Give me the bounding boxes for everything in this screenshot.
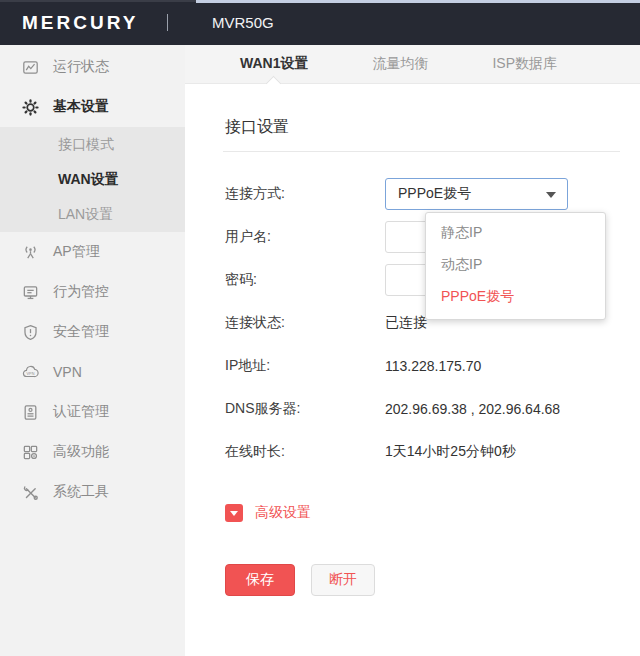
dns-server-label: DNS服务器: [225, 400, 385, 418]
sidebar-item-auth-management[interactable]: 认证管理 [0, 392, 185, 432]
sidebar-item-label: AP管理 [53, 243, 100, 261]
badge-icon [22, 404, 39, 421]
chevron-down-icon [546, 192, 556, 198]
tab-bar: WAN1设置 流量均衡 ISP数据库 [185, 45, 640, 84]
gear-icon [22, 99, 39, 116]
connection-type-select[interactable]: PPPoE拨号 [385, 178, 568, 210]
form-actions: 保存 断开 [225, 564, 640, 596]
vpn-cloud-icon: VPN [22, 364, 39, 381]
sidebar-item-ap-management[interactable]: AP管理 [0, 232, 185, 272]
sidebar-item-label: 运行状态 [53, 58, 109, 76]
password-label: 密码: [225, 271, 385, 289]
interface-settings-form: 连接方式: PPPoE拨号 静态IP 动态IP PPPoE拨号 用户名: 密码: [225, 178, 640, 596]
shield-icon [22, 324, 39, 341]
username-label: 用户名: [225, 228, 385, 246]
advanced-settings-label: 高级设置 [255, 504, 311, 522]
sidebar-item-system-tools[interactable]: 系统工具 [0, 472, 185, 512]
connection-type-label: 连接方式: [225, 185, 385, 203]
tab-traffic-balance[interactable]: 流量均衡 [372, 55, 428, 73]
sidebar-item-label: 认证管理 [53, 403, 109, 421]
advanced-settings-toggle[interactable]: 高级设置 [225, 504, 640, 522]
modules-icon [22, 444, 39, 461]
window-edge-strip [0, 0, 196, 2]
status-icon [22, 59, 39, 76]
connection-type-row: 连接方式: PPPoE拨号 [225, 178, 640, 210]
sidebar-item-behavior-control[interactable]: 行为管控 [0, 272, 185, 312]
device-model: MVR50G [212, 14, 274, 31]
disconnect-button[interactable]: 断开 [311, 564, 375, 596]
sidebar-subitem-label: LAN设置 [58, 206, 113, 224]
sidebar: 运行状态 基本设置 接口模式 WAN设置 LAN设置 AP管理 [0, 45, 185, 656]
sidebar-item-lan-settings[interactable]: LAN设置 [0, 197, 185, 232]
sidebar-item-vpn[interactable]: VPN VPN [0, 352, 185, 392]
sidebar-item-interface-mode[interactable]: 接口模式 [0, 127, 185, 162]
sidebar-item-wan-settings[interactable]: WAN设置 [0, 162, 185, 197]
tools-icon [22, 484, 39, 501]
ip-address-row: IP地址: 113.228.175.70 [225, 350, 640, 382]
tab-isp-database[interactable]: ISP数据库 [492, 55, 557, 73]
dropdown-option-pppoe[interactable]: PPPoE拨号 [426, 281, 605, 313]
uptime-row: 在线时长: 1天14小时25分钟0秒 [225, 436, 640, 468]
advanced-toggle-icon [225, 504, 243, 522]
ip-address-label: IP地址: [225, 357, 385, 375]
connection-status-value: 已连接 [385, 314, 427, 332]
sidebar-item-label: 系统工具 [53, 483, 109, 501]
save-button[interactable]: 保存 [225, 564, 295, 596]
tab-wan1-settings[interactable]: WAN1设置 [240, 55, 308, 73]
active-tab-notch [266, 76, 282, 92]
window-edge-strip [196, 0, 640, 3]
sidebar-item-label: VPN [53, 364, 82, 380]
sidebar-submenu-basic-settings: 接口模式 WAN设置 LAN设置 [0, 127, 185, 232]
sidebar-item-label: 高级功能 [53, 443, 109, 461]
page-title: 接口设置 [225, 117, 640, 138]
section-divider [223, 151, 620, 152]
ip-address-value: 113.228.175.70 [385, 358, 481, 374]
topbar: MERCURY MVR50G [0, 0, 640, 45]
sidebar-item-label: 基本设置 [53, 98, 109, 116]
main-content: WAN1设置 流量均衡 ISP数据库 接口设置 连接方式: PPPoE拨号 静态… [185, 45, 640, 656]
sidebar-item-running-status[interactable]: 运行状态 [0, 47, 185, 87]
dropdown-option-static-ip[interactable]: 静态IP [426, 217, 605, 249]
dns-server-value: 202.96.69.38 , 202.96.64.68 [385, 401, 560, 417]
sidebar-item-label: 安全管理 [53, 323, 109, 341]
svg-text:VPN: VPN [27, 372, 35, 376]
behavior-icon [22, 284, 39, 301]
brand-logo: MERCURY [22, 12, 167, 34]
uptime-value: 1天14小时25分钟0秒 [385, 443, 516, 461]
sidebar-subitem-label: WAN设置 [58, 171, 119, 189]
dns-server-row: DNS服务器: 202.96.69.38 , 202.96.64.68 [225, 393, 640, 425]
sidebar-item-security-management[interactable]: 安全管理 [0, 312, 185, 352]
uptime-label: 在线时长: [225, 443, 385, 461]
sidebar-item-label: 行为管控 [53, 283, 109, 301]
connection-type-dropdown: 静态IP 动态IP PPPoE拨号 [425, 212, 606, 320]
ap-icon [22, 244, 39, 261]
dropdown-option-dynamic-ip[interactable]: 动态IP [426, 249, 605, 281]
sidebar-item-advanced-functions[interactable]: 高级功能 [0, 432, 185, 472]
topbar-divider [167, 14, 168, 31]
sidebar-subitem-label: 接口模式 [58, 136, 114, 154]
sidebar-item-basic-settings[interactable]: 基本设置 [0, 87, 185, 127]
connection-status-label: 连接状态: [225, 314, 385, 332]
connection-type-selected-value: PPPoE拨号 [398, 185, 471, 203]
